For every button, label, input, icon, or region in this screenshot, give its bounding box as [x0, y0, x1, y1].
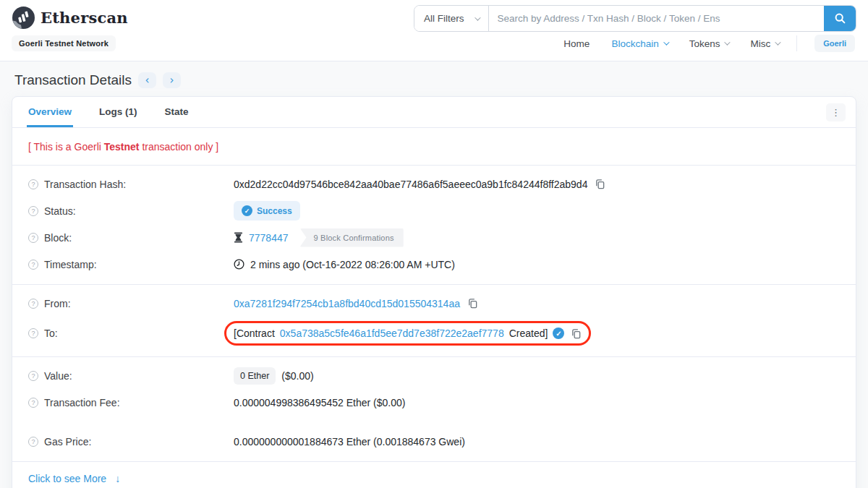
kebab-menu-icon: ⋮ — [831, 107, 841, 118]
transaction-hash-value: 0xd2d22cc04d97546bce842aa40bae77486a6f5a… — [234, 179, 587, 190]
copy-txn-hash-button[interactable] — [595, 179, 605, 189]
check-circle-icon: ✓ — [242, 205, 252, 216]
block-label: Block: — [44, 232, 72, 244]
to-contract-address-link[interactable]: 0x5a738a5c5fe46a1fd5ee7dd7e38f722e2aef77… — [280, 328, 504, 339]
help-icon[interactable]: ? — [28, 398, 38, 408]
help-icon[interactable]: ? — [28, 179, 38, 189]
page-title: Transaction Details — [14, 72, 132, 88]
copy-from-address-button[interactable] — [467, 298, 478, 309]
check-circle-icon: ✓ — [553, 328, 564, 339]
hourglass-icon — [234, 232, 243, 243]
from-address-link[interactable]: 0xa7281f294f7254cb1a8fbd40cd15d015504314… — [234, 298, 460, 309]
arrow-down-icon: ↓ — [115, 473, 120, 484]
help-icon[interactable]: ? — [28, 371, 38, 381]
search-bar: All Filters — [414, 5, 856, 32]
row-transaction-hash: ? Transaction Hash: 0xd2d22cc04d97546bce… — [22, 171, 846, 197]
next-transaction-button[interactable]: › — [163, 72, 181, 88]
help-icon[interactable]: ? — [28, 206, 38, 216]
row-status: ? Status: ✓ Success — [22, 197, 846, 224]
nav-divider — [796, 35, 797, 51]
help-icon[interactable]: ? — [28, 437, 38, 447]
search-button[interactable] — [824, 6, 856, 31]
from-label: From: — [44, 298, 71, 309]
ether-value-badge: 0 Ether — [234, 367, 276, 385]
chevron-down-icon — [663, 39, 669, 45]
help-icon[interactable]: ? — [28, 260, 38, 270]
transaction-fee-label: Transaction Fee: — [44, 397, 120, 408]
status-badge: ✓ Success — [234, 201, 300, 221]
site-header: Etherscan All Filters Goerli Testnet Net… — [0, 0, 868, 61]
brand-wordmark: Etherscan — [41, 9, 128, 27]
gas-price-label: Gas Price: — [44, 436, 91, 448]
gas-price-value: 0.000000000001884673 Ether (0.001884673 … — [234, 436, 465, 448]
testnet-notice-prefix: [ This is a Goerli — [28, 141, 104, 153]
nav-misc[interactable]: Misc — [750, 38, 779, 49]
timestamp-value: 2 mins ago (Oct-16-2022 08:26:00 AM +UTC… — [250, 259, 455, 270]
to-label: To: — [44, 328, 58, 339]
row-transaction-fee: ? Transaction Fee: 0.000004998386495452 … — [22, 389, 846, 416]
testnet-notice-bold: Testnet — [104, 141, 140, 153]
click-to-see-more-label: Click to see More — [28, 473, 106, 484]
tab-overview[interactable]: Overview — [27, 97, 73, 127]
copy-icon — [571, 328, 582, 339]
transaction-card: Overview Logs (1) State ⋮ [ This is a Go… — [12, 96, 856, 488]
row-block: ? Block: 7778447 9 Block Confirmati — [22, 224, 846, 251]
to-contract-suffix: Created] — [509, 328, 548, 339]
search-filter-dropdown[interactable]: All Filters — [414, 6, 489, 31]
network-switch-button[interactable]: Goerli — [814, 35, 855, 52]
nav-blockchain-label: Blockchain — [611, 38, 658, 49]
network-badge: Goerli Testnet Network — [12, 35, 116, 51]
card-options-button[interactable]: ⋮ — [826, 103, 846, 121]
chevron-down-icon — [475, 14, 480, 20]
help-icon[interactable]: ? — [28, 328, 38, 338]
value-label: Value: — [44, 370, 72, 382]
row-to: ? To: [Contract 0x5a738a5c5fe46a1fd5ee7d… — [22, 317, 846, 350]
search-icon — [835, 13, 846, 24]
click-to-see-more-link[interactable]: Click to see More ↓ — [28, 473, 120, 484]
etherscan-logo[interactable]: Etherscan — [12, 4, 128, 30]
search-input[interactable] — [489, 6, 824, 31]
timestamp-label: Timestamp: — [44, 259, 97, 270]
chevron-down-icon — [775, 39, 780, 45]
nav-home-label: Home — [563, 38, 590, 49]
main-nav: Home Blockchain Tokens Misc Goerli — [563, 35, 856, 52]
help-icon[interactable]: ? — [28, 233, 38, 243]
tab-state[interactable]: State — [163, 97, 190, 127]
nav-blockchain[interactable]: Blockchain — [611, 38, 667, 49]
row-from: ? From: 0xa7281f294f7254cb1a8fbd40cd15d0… — [22, 290, 846, 317]
usd-value: ($0.00) — [281, 370, 313, 382]
tab-logs[interactable]: Logs (1) — [98, 97, 139, 127]
transaction-hash-label: Transaction Hash: — [44, 179, 126, 190]
testnet-notice-suffix: transaction only ] — [140, 141, 219, 153]
copy-to-address-button[interactable] — [571, 328, 582, 339]
to-contract-value: [Contract 0x5a738a5c5fe46a1fd5ee7dd7e38f… — [224, 321, 591, 346]
to-contract-prefix: [Contract — [234, 328, 275, 339]
row-value: ? Value: 0 Ether ($0.00) — [22, 362, 846, 389]
nav-tokens[interactable]: Tokens — [689, 38, 729, 49]
nav-misc-label: Misc — [750, 38, 770, 49]
row-gas-price: ? Gas Price: 0.000000000001884673 Ether … — [22, 428, 846, 455]
clock-icon — [234, 259, 244, 270]
nav-home[interactable]: Home — [563, 38, 590, 49]
block-number-link[interactable]: 7778447 — [249, 232, 289, 244]
row-timestamp: ? Timestamp: 2 mins ago (Oct-16-2022 08:… — [22, 251, 846, 278]
testnet-notice: [ This is a Goerli Testnet transaction o… — [22, 128, 846, 165]
status-label: Status: — [44, 205, 76, 217]
prev-transaction-button[interactable]: ‹ — [138, 72, 156, 88]
status-badge-label: Success — [257, 206, 292, 216]
etherscan-logo-icon — [12, 6, 35, 30]
block-confirmations-badge: 9 Block Confirmations — [300, 228, 404, 247]
copy-icon — [467, 298, 478, 309]
search-filter-label: All Filters — [424, 13, 464, 24]
chevron-down-icon — [725, 39, 731, 45]
nav-tokens-label: Tokens — [689, 38, 720, 49]
transaction-fee-value: 0.000004998386495452 Ether ($0.00) — [234, 397, 405, 408]
copy-icon — [595, 179, 605, 189]
help-icon[interactable]: ? — [28, 299, 38, 309]
